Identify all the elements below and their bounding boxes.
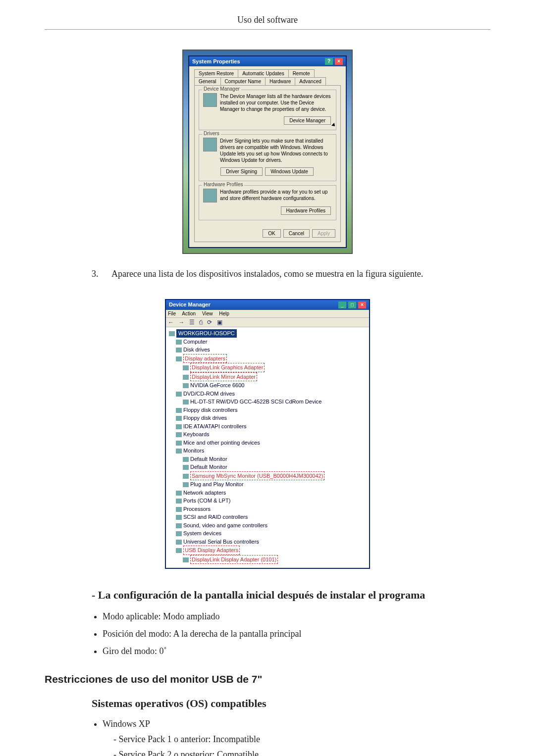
windows-update-button[interactable]: Windows Update (265, 167, 314, 176)
node-mon-samsung[interactable]: Samsung MbSync Monitor (USB_B0000H4JM300… (190, 471, 324, 481)
device-manager-text: The Device Manager lists all the hardwar… (220, 93, 332, 112)
tree-icon[interactable]: ☰ (189, 319, 195, 326)
tab-general[interactable]: General (194, 77, 221, 85)
ok-button[interactable]: OK (263, 229, 280, 238)
node-nvidia[interactable]: NVIDIA GeForce 6600 (190, 382, 244, 388)
monitor-icon (183, 457, 189, 462)
driver-signing-button[interactable]: Driver Signing (220, 167, 263, 176)
forward-icon[interactable]: → (178, 319, 184, 326)
cpu-icon (176, 507, 182, 512)
config-item-3: Giro del modo: 0˚ (103, 646, 481, 656)
dm-window-title: Device Manager (169, 302, 211, 308)
node-ports[interactable]: Ports (COM & LPT) (183, 498, 230, 504)
os-list: Windows XP - Service Pack 1 o anterior: … (92, 719, 481, 756)
cancel-button[interactable]: Cancel (283, 229, 310, 238)
screenshot-system-properties: System Properties ? × System Restore Aut… (182, 50, 353, 254)
computer-root-icon (169, 331, 175, 336)
nic-icon (176, 491, 182, 496)
group-title-drivers: Drivers (202, 131, 221, 136)
node-dl-mirror[interactable]: DisplayLink Mirror Adapter (190, 372, 257, 382)
hw-profiles-icon (203, 189, 217, 202)
os-xp: Windows XP - Service Pack 1 o anterior: … (103, 719, 481, 756)
help-icon[interactable]: ? (325, 58, 333, 65)
node-cpu[interactable]: Processors (183, 506, 211, 512)
ide-icon (176, 424, 182, 429)
node-mice[interactable]: Mice and other pointing devices (183, 440, 260, 446)
step-3: 3. Aparece una lista de los dispositivos… (92, 269, 490, 279)
kbd-icon (176, 432, 182, 437)
node-dvd[interactable]: DVD/CD-ROM drives (183, 391, 235, 397)
node-nic[interactable]: Network adapters (183, 490, 226, 496)
step-text: Aparece una lista de los dispositivos in… (111, 269, 423, 279)
mouse-icon (176, 441, 182, 446)
tab-advanced[interactable]: Advanced (295, 77, 325, 85)
tab-system-restore[interactable]: System Restore (194, 69, 238, 77)
node-scsi[interactable]: SCSI and RAID controllers (183, 514, 248, 520)
tab-computer-name[interactable]: Computer Name (220, 77, 266, 85)
node-sys[interactable]: System devices (183, 530, 221, 536)
minimize-icon[interactable]: _ (338, 302, 346, 308)
monitor-icon (183, 465, 189, 470)
drivers-icon (203, 138, 217, 151)
screenshot-device-manager: Device Manager _ □ × File Action View He… (165, 299, 370, 569)
close-icon[interactable]: × (358, 302, 366, 308)
scsi-icon (176, 515, 182, 520)
hardware-profiles-button[interactable]: Hardware Profiles (281, 206, 331, 215)
adapter-icon (183, 375, 189, 380)
sys-icon (176, 531, 182, 536)
node-keyboards[interactable]: Keyboards (183, 431, 210, 437)
node-usb-display-item[interactable]: DisplayLink Display Adapter (0101) (190, 555, 278, 564)
menu-help[interactable]: Help (219, 311, 229, 316)
node-disk-drives[interactable]: Disk drives (183, 347, 210, 353)
scan-icon[interactable]: ▣ (217, 319, 222, 326)
tab-remote[interactable]: Remote (288, 69, 315, 77)
os-xp-sp1: - Service Pack 1 o anterior: Incompatibl… (113, 734, 481, 745)
tab-auto-updates[interactable]: Automatic Updates (238, 69, 289, 77)
disk-icon (176, 348, 182, 353)
back-icon[interactable]: ← (168, 319, 174, 326)
dm-tree: WORKGROU-IOSOPC Computer Disk drives Dis… (166, 327, 369, 568)
fdc-icon (176, 408, 182, 413)
node-monitors[interactable]: Monitors (183, 448, 204, 454)
node-fdc[interactable]: Floppy disk controllers (183, 407, 237, 413)
monitor-icon (183, 482, 189, 487)
device-manager-icon (203, 93, 217, 107)
tree-root[interactable]: WORKGROU-IOSOPC (176, 329, 237, 338)
node-mon-pnp[interactable]: Plug and Play Monitor (190, 481, 244, 487)
node-dvd-item[interactable]: HL-DT-ST RW/DVD GCC-4522B SCSI CdRom Dev… (190, 399, 322, 404)
node-mon-2[interactable]: Default Monitor (190, 464, 227, 470)
node-dl-graphics[interactable]: DisplayLink Graphics Adapter (190, 363, 265, 372)
node-usb-display-adapters[interactable]: USB Display Adapters (183, 546, 240, 555)
node-fdd[interactable]: Floppy disk drives (183, 415, 227, 421)
os-xp-sp2: - Service Pack 2 o posterior: Compatible (113, 750, 481, 756)
print-icon[interactable]: ⎙ (199, 319, 203, 326)
monitor-icon (176, 449, 182, 454)
device-manager-button[interactable]: Device Manager (284, 116, 331, 125)
display-icon (176, 356, 182, 361)
header-rule (45, 29, 490, 30)
node-mon-1[interactable]: Default Monitor (190, 456, 227, 462)
menu-file[interactable]: File (168, 311, 176, 316)
drivers-text: Driver Signing lets you make sure that i… (220, 138, 332, 163)
node-computer[interactable]: Computer (183, 339, 207, 345)
adapter-icon (183, 365, 189, 370)
config-item-1: Modo aplicable: Modo ampliado (103, 611, 481, 622)
refresh-icon[interactable]: ⟳ (207, 319, 212, 326)
node-usb[interactable]: Universal Serial Bus controllers (183, 539, 259, 545)
maximize-icon[interactable]: □ (348, 302, 356, 308)
step-number: 3. (92, 269, 102, 279)
fdd-icon (176, 416, 182, 421)
page-header: Uso del software (45, 15, 490, 27)
node-ide[interactable]: IDE ATA/ATAPI controllers (183, 423, 247, 429)
close-icon[interactable]: × (335, 58, 343, 65)
monitor-icon (183, 474, 189, 479)
menu-view[interactable]: View (202, 311, 213, 316)
tab-hardware[interactable]: Hardware (265, 77, 295, 85)
menu-action[interactable]: Action (182, 311, 196, 316)
node-sound[interactable]: Sound, video and game controllers (183, 522, 268, 528)
config-list: Modo aplicable: Modo ampliado Posición d… (92, 611, 481, 656)
node-display-adapters[interactable]: Display adapters (183, 354, 227, 363)
ports-icon (176, 499, 182, 504)
cdrom-icon (183, 400, 189, 404)
computer-icon (176, 340, 182, 345)
